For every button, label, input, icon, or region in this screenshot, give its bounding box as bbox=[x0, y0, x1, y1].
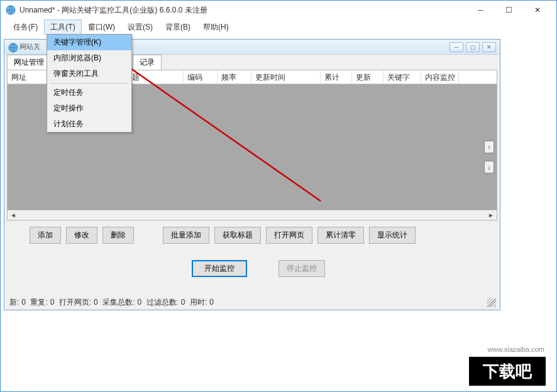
menu-internal-browser[interactable]: 内部浏览器(B) bbox=[47, 50, 131, 66]
outer-window-title: Unnamed* - 网站关键字监控工具(企业版) 6.6.0.0 未注册 bbox=[19, 5, 466, 16]
add-button[interactable]: 添加 bbox=[30, 227, 61, 244]
menubar: 任务(F) 工具(T) 窗口(W) 设置(S) 背景(B) 帮助(H) bbox=[1, 19, 556, 35]
menu-popup-close-tool[interactable]: 弹窗关闭工具 bbox=[47, 66, 131, 82]
maximize-button[interactable]: ☐ bbox=[495, 1, 523, 19]
mdi-maximize-button[interactable]: ▢ bbox=[466, 42, 480, 52]
col-update[interactable]: 更新 bbox=[352, 70, 383, 84]
tab-url-manage[interactable]: 网址管理 bbox=[7, 55, 51, 70]
app-icon bbox=[6, 5, 16, 15]
status-time-value: 0 bbox=[209, 298, 214, 307]
status-new-label: 新: bbox=[9, 297, 19, 308]
close-button[interactable]: ✕ bbox=[523, 1, 551, 19]
stop-monitor-button: 停止监控 bbox=[278, 260, 325, 277]
delete-button[interactable]: 删除 bbox=[102, 227, 134, 244]
status-open-value: 0 bbox=[94, 298, 98, 307]
tools-dropdown-menu: 关键字管理(K) 内部浏览器(B) 弹窗关闭工具 定时任务 定时操作 计划任务 bbox=[47, 34, 132, 133]
status-filter-label: 过滤总数: bbox=[146, 297, 179, 308]
status-dup-value: 0 bbox=[50, 298, 55, 307]
reset-total-button[interactable]: 累计清零 bbox=[317, 227, 364, 244]
status-dup-label: 重复: bbox=[30, 297, 47, 308]
menu-background[interactable]: 背景(B) bbox=[159, 19, 197, 35]
status-open-label: 打开网页: bbox=[59, 297, 91, 308]
mdi-minimize-button[interactable]: ─ bbox=[449, 42, 463, 52]
col-update-time[interactable]: 更新时间 bbox=[251, 70, 321, 84]
status-bar: 新: 0 重复: 0 打开网页: 0 采集总数: 0 过滤总数: 0 用时: 0 bbox=[7, 296, 497, 308]
watermark-logo: 下载吧 bbox=[469, 354, 546, 386]
horizontal-scrollbar[interactable]: ◄ ► bbox=[8, 210, 497, 220]
move-up-button[interactable]: ↑ bbox=[484, 141, 494, 153]
menu-scheduled-action[interactable]: 定时操作 bbox=[47, 101, 131, 116]
menu-tasks[interactable]: 任务(F) bbox=[7, 19, 44, 35]
move-down-button[interactable]: ↓ bbox=[484, 161, 494, 173]
button-row-2: 开始监控 停止监控 bbox=[4, 248, 500, 281]
menu-plan-task[interactable]: 计划任务 bbox=[47, 116, 131, 132]
button-row-1: 添加 修改 删除 批量添加 获取标题 打开网页 累计清零 显示统计 bbox=[4, 220, 500, 248]
outer-titlebar: Unnamed* - 网站关键字监控工具(企业版) 6.6.0.0 未注册 ─ … bbox=[1, 1, 556, 19]
scroll-left-icon[interactable]: ◄ bbox=[9, 211, 18, 220]
status-collect-label: 采集总数: bbox=[102, 297, 135, 308]
status-filter-value: 0 bbox=[181, 298, 185, 307]
resize-grip-icon[interactable] bbox=[487, 298, 496, 307]
menu-separator bbox=[50, 83, 129, 84]
col-content-monitor[interactable]: 内容监控 bbox=[421, 70, 459, 84]
menu-keyword-manage[interactable]: 关键字管理(K) bbox=[47, 35, 131, 50]
status-collect-value: 0 bbox=[137, 298, 141, 307]
col-keyword[interactable]: 关键字 bbox=[383, 70, 421, 84]
menu-settings[interactable]: 设置(S) bbox=[121, 19, 159, 35]
open-page-button[interactable]: 打开网页 bbox=[266, 227, 312, 244]
get-title-button[interactable]: 获取标题 bbox=[214, 227, 261, 244]
menu-help[interactable]: 帮助(H) bbox=[197, 19, 235, 35]
status-time-label: 用时: bbox=[190, 297, 207, 308]
tab-record[interactable]: 记录 bbox=[133, 55, 162, 70]
menu-window[interactable]: 窗口(W) bbox=[82, 19, 121, 35]
show-stats-button[interactable]: 显示统计 bbox=[369, 227, 416, 244]
watermark-url: www.xiazaiba.com bbox=[488, 346, 544, 353]
start-monitor-button[interactable]: 开始监控 bbox=[192, 260, 247, 277]
menu-scheduled-task[interactable]: 定时任务 bbox=[47, 85, 131, 101]
mdi-close-button[interactable]: ✕ bbox=[482, 42, 496, 52]
modify-button[interactable]: 修改 bbox=[66, 227, 97, 244]
col-total[interactable]: 累计 bbox=[321, 70, 352, 84]
col-encoding[interactable]: 编码 bbox=[184, 70, 218, 84]
minimize-button[interactable]: ─ bbox=[466, 1, 495, 19]
menu-tools[interactable]: 工具(T) bbox=[44, 19, 81, 35]
col-frequency[interactable]: 频率 bbox=[218, 70, 251, 84]
inner-app-icon bbox=[8, 43, 17, 52]
batch-add-button[interactable]: 批量添加 bbox=[163, 227, 209, 244]
status-new-value: 0 bbox=[21, 298, 26, 307]
scroll-right-icon[interactable]: ► bbox=[487, 211, 495, 220]
